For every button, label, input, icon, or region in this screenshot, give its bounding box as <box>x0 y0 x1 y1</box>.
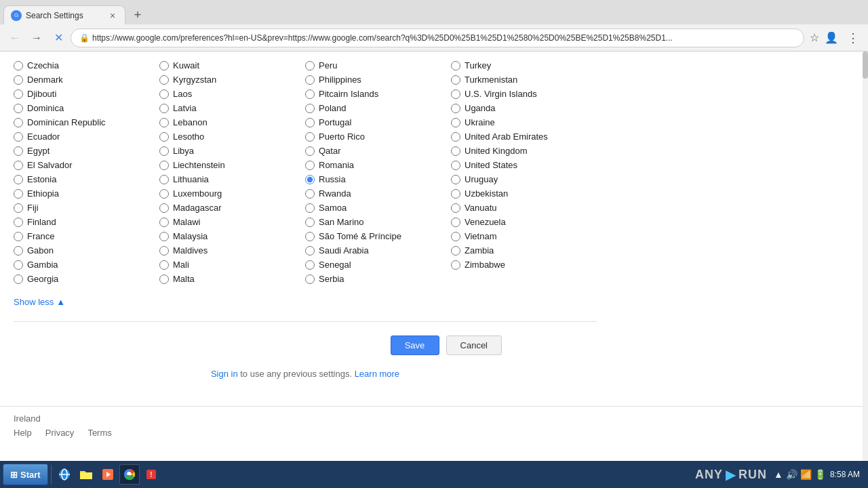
show-less-button[interactable]: Show less ▲ <box>14 293 597 311</box>
tray-arrow-icon[interactable]: ▲ <box>774 469 783 480</box>
taskbar-chrome-icon[interactable] <box>119 464 140 485</box>
taskbar-media-icon[interactable] <box>98 464 118 485</box>
radio-madagascar[interactable] <box>159 203 169 213</box>
radio-vietnam[interactable] <box>451 232 460 241</box>
country-item[interactable]: Malta <box>159 272 305 286</box>
country-item[interactable]: Lesotho <box>159 129 305 144</box>
radio-us[interactable] <box>451 161 460 170</box>
country-item[interactable]: France <box>14 229 159 243</box>
country-item[interactable]: United Kingdom <box>451 144 597 158</box>
taskbar-security-icon[interactable]: ! <box>141 464 161 485</box>
country-item[interactable]: Peru <box>305 58 451 73</box>
footer-link-help[interactable]: Help <box>14 428 32 438</box>
country-item[interactable]: Turkey <box>451 58 597 73</box>
country-item[interactable]: Mali <box>159 258 305 272</box>
radio-latvia[interactable] <box>159 104 169 113</box>
radio-djibouti[interactable] <box>14 89 23 99</box>
radio-philippines[interactable] <box>305 75 315 85</box>
radio-uzbekistan[interactable] <box>451 189 460 199</box>
country-item[interactable]: Gambia <box>14 258 159 272</box>
country-item[interactable]: Poland <box>305 101 451 115</box>
radio-puerto_rico[interactable] <box>305 132 315 142</box>
country-item[interactable]: Kyrgyzstan <box>159 73 305 87</box>
radio-pitcairn_islands[interactable] <box>305 89 315 99</box>
country-item[interactable]: Dominican Republic <box>14 115 159 129</box>
country-item[interactable]: Georgia <box>14 272 159 286</box>
country-item[interactable]: Pitcairn Islands <box>305 87 451 101</box>
address-bar[interactable]: 🔒 https://www.google.com/preferences?hl=… <box>71 28 804 47</box>
radio-estonia[interactable] <box>14 175 23 184</box>
country-item[interactable]: Philippines <box>305 73 451 87</box>
radio-luxembourg[interactable] <box>159 189 169 199</box>
radio-gambia[interactable] <box>14 260 23 270</box>
radio-portugal[interactable] <box>305 118 315 127</box>
radio-egypt[interactable] <box>14 146 23 156</box>
country-item[interactable]: Lithuania <box>159 172 305 186</box>
country-item[interactable]: Kuwait <box>159 58 305 73</box>
country-item[interactable]: Zambia <box>451 243 597 258</box>
country-item[interactable]: Libya <box>159 144 305 158</box>
country-item[interactable]: Puerto Rico <box>305 129 451 144</box>
radio-uk[interactable] <box>451 146 460 156</box>
footer-link-terms[interactable]: Terms <box>87 428 111 438</box>
country-item[interactable]: Malawi <box>159 215 305 229</box>
start-button[interactable]: ⊞ Start <box>3 464 48 485</box>
country-item[interactable]: Russia <box>305 172 451 186</box>
country-item[interactable]: Gabon <box>14 243 159 258</box>
cancel-button[interactable]: Cancel <box>446 336 502 355</box>
radio-dominican_republic[interactable] <box>14 118 23 127</box>
country-item[interactable]: United Arab Emirates <box>451 129 597 144</box>
bookmark-button[interactable]: ☆ <box>810 31 819 44</box>
footer-link-privacy[interactable]: Privacy <box>45 428 75 438</box>
tray-network-icon[interactable]: 📶 <box>800 469 812 480</box>
scrollbar-thumb[interactable] <box>863 52 868 79</box>
country-item[interactable]: Turkmenistan <box>451 73 597 87</box>
radio-turkmenistan[interactable] <box>451 75 460 85</box>
country-item[interactable]: Malaysia <box>159 229 305 243</box>
country-item[interactable]: El Salvador <box>14 158 159 172</box>
country-item[interactable]: Egypt <box>14 144 159 158</box>
close-tab-button[interactable]: × <box>107 10 118 21</box>
country-item[interactable]: Romania <box>305 158 451 172</box>
radio-finland[interactable] <box>14 218 23 227</box>
tray-battery-icon[interactable]: 🔋 <box>814 469 826 480</box>
country-item[interactable]: Senegal <box>305 258 451 272</box>
radio-ukraine[interactable] <box>451 118 460 127</box>
radio-rwanda[interactable] <box>305 189 315 199</box>
country-item[interactable]: Fiji <box>14 201 159 215</box>
radio-lebanon[interactable] <box>159 118 169 127</box>
country-item[interactable]: Vanuatu <box>451 201 597 215</box>
country-item[interactable]: Zimbabwe <box>451 258 597 272</box>
country-item[interactable]: Luxembourg <box>159 186 305 201</box>
new-tab-button[interactable]: + <box>128 5 147 24</box>
radio-fiji[interactable] <box>14 203 23 213</box>
radio-uganda[interactable] <box>451 104 460 113</box>
country-item[interactable]: Madagascar <box>159 201 305 215</box>
save-button[interactable]: Save <box>391 336 439 355</box>
country-item[interactable]: Estonia <box>14 172 159 186</box>
radio-lithuania[interactable] <box>159 175 169 184</box>
radio-russia[interactable] <box>305 175 315 184</box>
radio-poland[interactable] <box>305 104 315 113</box>
country-item[interactable]: Vietnam <box>451 229 597 243</box>
country-item[interactable]: Latvia <box>159 101 305 115</box>
country-item[interactable]: Rwanda <box>305 186 451 201</box>
radio-senegal[interactable] <box>305 260 315 270</box>
radio-lesotho[interactable] <box>159 132 169 142</box>
radio-zimbabwe[interactable] <box>451 260 460 270</box>
radio-maldives[interactable] <box>159 246 169 256</box>
radio-serbia[interactable] <box>305 274 315 284</box>
country-item[interactable]: Ukraine <box>451 115 597 129</box>
radio-ecuador[interactable] <box>14 132 23 142</box>
country-item[interactable]: Qatar <box>305 144 451 158</box>
radio-malawi[interactable] <box>159 218 169 227</box>
country-item[interactable]: Czechia <box>14 58 159 73</box>
radio-libya[interactable] <box>159 146 169 156</box>
radio-us_virgin_islands[interactable] <box>451 89 460 99</box>
country-item[interactable]: Denmark <box>14 73 159 87</box>
back-button[interactable]: ← <box>5 28 24 47</box>
country-item[interactable]: Venezuela <box>451 215 597 229</box>
country-item[interactable]: Finland <box>14 215 159 229</box>
country-item[interactable]: Laos <box>159 87 305 101</box>
country-item[interactable]: Uruguay <box>451 172 597 186</box>
